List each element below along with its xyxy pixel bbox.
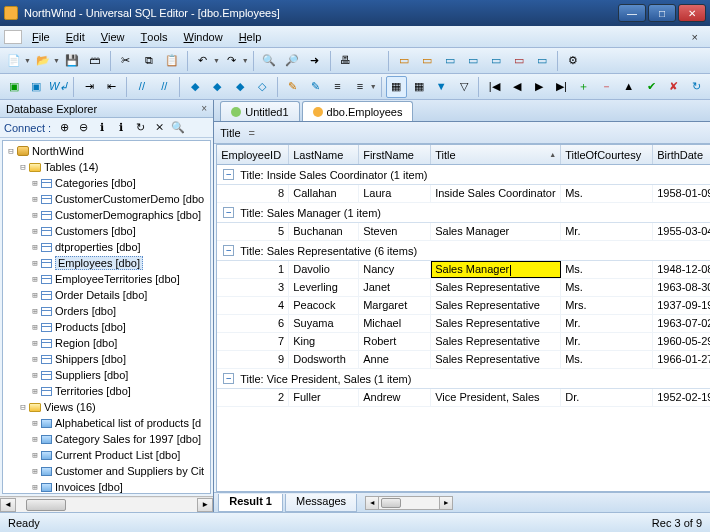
menu-tools[interactable]: Tools xyxy=(133,29,176,45)
cut-button[interactable]: ✂ xyxy=(115,50,137,72)
result-scroll-left[interactable]: ◄ xyxy=(365,496,379,510)
table-row[interactable]: 7KingRobertSales RepresentativeMr.1960-0… xyxy=(217,333,710,351)
table-row[interactable]: 3LeverlingJanetSales RepresentativeMs.19… xyxy=(217,279,710,297)
cell-toc[interactable]: Mrs. xyxy=(561,297,653,314)
close-button[interactable]: ✕ xyxy=(678,4,706,22)
cell-last[interactable]: Davolio xyxy=(289,261,359,278)
bookmark-prev-button[interactable]: ◆ xyxy=(207,76,228,98)
tree-twisty[interactable]: ⊞ xyxy=(29,386,41,396)
cell-first[interactable]: Steven xyxy=(359,223,431,240)
cell-toc[interactable]: Mr. xyxy=(561,223,653,240)
tree-tables[interactable]: ⊟Tables (14) xyxy=(3,159,210,175)
rollback-button[interactable]: ✘ xyxy=(663,76,684,98)
table-row[interactable]: 1DavolioNancySales ManagerMs.1948-12-08 … xyxy=(217,261,710,279)
connect-info2-button[interactable]: ℹ xyxy=(113,120,129,136)
menu-window[interactable]: Window xyxy=(176,29,231,45)
find-button[interactable]: 🔍 xyxy=(258,50,280,72)
cell-toc[interactable]: Dr. xyxy=(561,389,653,406)
tree-view-3[interactable]: ⊞Customer and Suppliers by Cit xyxy=(3,463,210,479)
cell-id[interactable]: 8 xyxy=(217,185,289,202)
cell-bd[interactable]: 1960-05-29 00:00 xyxy=(653,333,710,350)
tree-twisty[interactable]: ⊞ xyxy=(29,354,41,364)
group-header[interactable]: −Title: Inside Sales Coordinator (1 item… xyxy=(217,165,710,185)
tree-table-11[interactable]: ⊞Shippers [dbo] xyxy=(3,351,210,367)
tab-dbo-employees[interactable]: dbo.Employees xyxy=(302,101,414,121)
tree-views[interactable]: ⊟Views (16) xyxy=(3,399,210,415)
tree-twisty[interactable]: ⊞ xyxy=(29,338,41,348)
tree-table-3[interactable]: ⊞Customers [dbo] xyxy=(3,223,210,239)
cell-toc[interactable]: Ms. xyxy=(561,279,653,296)
group-collapse-icon[interactable]: − xyxy=(223,373,234,384)
goto-button[interactable]: ➜ xyxy=(304,50,326,72)
tab-untitled1[interactable]: Untitled1 xyxy=(220,101,299,121)
cell-bd[interactable]: 1958-01-09 00:00 xyxy=(653,185,710,202)
scroll-thumb[interactable] xyxy=(26,499,66,511)
scroll-right-button[interactable]: ► xyxy=(197,498,213,512)
cell-id[interactable]: 3 xyxy=(217,279,289,296)
connect-refresh-button[interactable]: ↻ xyxy=(132,120,148,136)
panel-history-button[interactable]: ▭ xyxy=(508,50,530,72)
tree-table-2[interactable]: ⊞CustomerDemographics [dbo] xyxy=(3,207,210,223)
panel-db-button[interactable]: ▭ xyxy=(393,50,415,72)
table-row[interactable]: 4PeacockMargaretSales RepresentativeMrs.… xyxy=(217,297,710,315)
tree-twisty[interactable]: ⊞ xyxy=(29,466,41,476)
connect-remove-button[interactable]: ⊖ xyxy=(75,120,91,136)
connect-add-button[interactable]: ⊕ xyxy=(56,120,72,136)
execute-button[interactable]: ▣ xyxy=(3,76,24,98)
add-row-button[interactable]: ＋ xyxy=(573,76,594,98)
tree-table-0[interactable]: ⊞Categories [dbo] xyxy=(3,175,210,191)
tree-twisty[interactable]: ⊞ xyxy=(29,482,41,492)
cell-title[interactable]: Sales Representative xyxy=(431,333,561,350)
cell-id[interactable]: 7 xyxy=(217,333,289,350)
cell-id[interactable]: 9 xyxy=(217,351,289,368)
tree-twisty[interactable]: ⊞ xyxy=(29,306,41,316)
tree-root[interactable]: ⊟NorthWind xyxy=(3,143,210,159)
group-filter-bar[interactable]: Title = xyxy=(214,122,710,144)
grid-group-button[interactable]: ▦ xyxy=(386,76,407,98)
outdent-button[interactable]: ⇤ xyxy=(101,76,122,98)
filter-clear-button[interactable]: ▽ xyxy=(453,76,474,98)
cell-first[interactable]: Laura xyxy=(359,185,431,202)
tree-table-8[interactable]: ⊞Orders [dbo] xyxy=(3,303,210,319)
scroll-left-button[interactable]: ◄ xyxy=(0,498,16,512)
edit2-button[interactable]: ✎ xyxy=(304,76,325,98)
cell-toc[interactable]: Mr. xyxy=(561,333,653,350)
minimize-button[interactable]: — xyxy=(618,4,646,22)
first-button[interactable]: |◀ xyxy=(483,76,504,98)
table-row[interactable]: 6SuyamaMichaelSales RepresentativeMr.196… xyxy=(217,315,710,333)
tree-twisty[interactable]: ⊟ xyxy=(5,146,17,156)
explain-button[interactable]: ▣ xyxy=(25,76,46,98)
cell-last[interactable]: Peacock xyxy=(289,297,359,314)
comment-button[interactable]: // xyxy=(131,76,152,98)
tab-messages[interactable]: Messages xyxy=(285,494,357,512)
tree-twisty[interactable]: ⊟ xyxy=(17,402,29,412)
group-header[interactable]: −Title: Sales Manager (1 item) xyxy=(217,203,710,223)
tree-table-5[interactable]: ⊞Employees [dbo] xyxy=(3,255,210,271)
cell-last[interactable]: Callahan xyxy=(289,185,359,202)
tree-twisty[interactable]: ⊞ xyxy=(29,178,41,188)
cell-toc[interactable]: Ms. xyxy=(561,261,653,278)
result-scroll-right[interactable]: ► xyxy=(439,496,453,510)
tree-twisty[interactable]: ⊞ xyxy=(29,226,41,236)
tree-twisty[interactable]: ⊞ xyxy=(29,434,41,444)
menu-file[interactable]: FFileile xyxy=(24,29,58,45)
col-title[interactable]: Title▲ xyxy=(431,145,561,164)
cell-first[interactable]: Robert xyxy=(359,333,431,350)
table-row[interactable]: 2FullerAndrewVice President, SalesDr.195… xyxy=(217,389,710,407)
print-button[interactable]: 🖶 xyxy=(335,50,357,72)
edit1-button[interactable]: ✎ xyxy=(282,76,303,98)
panel-layout-button[interactable]: ▭ xyxy=(462,50,484,72)
cell-id[interactable]: 1 xyxy=(217,261,289,278)
cell-bd[interactable]: 1963-07-02 00:00 xyxy=(653,315,710,332)
group-header[interactable]: −Title: Vice President, Sales (1 item) xyxy=(217,369,710,389)
cell-toc[interactable]: Mr. xyxy=(561,315,653,332)
cell-last[interactable]: Leverling xyxy=(289,279,359,296)
refresh-button[interactable]: ↻ xyxy=(685,76,706,98)
cell-id[interactable]: 4 xyxy=(217,297,289,314)
bookmark-next-button[interactable]: ◆ xyxy=(229,76,250,98)
maximize-button[interactable]: □ xyxy=(648,4,676,22)
save-button[interactable]: 💾 xyxy=(61,50,83,72)
menu-view[interactable]: View xyxy=(93,29,133,45)
cell-last[interactable]: Dodsworth xyxy=(289,351,359,368)
cell-bd[interactable]: 1948-12-08 00:00 xyxy=(653,261,710,278)
